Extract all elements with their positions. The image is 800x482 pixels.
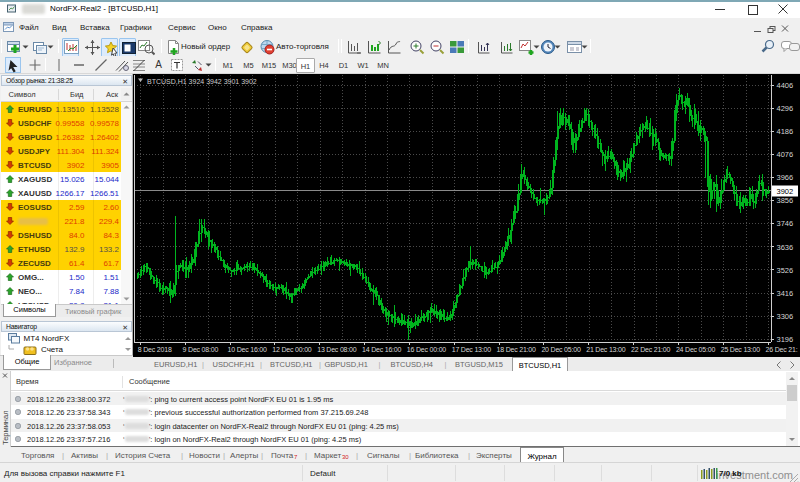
svg-text:8 Dec 2018: 8 Dec 2018 (138, 346, 172, 353)
svg-text:24 Dec 05:00: 24 Dec 05:00 (676, 346, 716, 353)
svg-text:9 Dec 08:00: 9 Dec 08:00 (183, 346, 219, 353)
svg-text:4296: 4296 (777, 104, 794, 113)
svg-text:10 Dec 16:00: 10 Dec 16:00 (228, 346, 268, 353)
svg-text:3902: 3902 (777, 187, 794, 196)
svg-text:4406: 4406 (777, 81, 794, 90)
svg-text:3526: 3526 (777, 266, 794, 275)
svg-text:26 Dec 21:: 26 Dec 21: (766, 346, 798, 353)
svg-text:3746: 3746 (777, 219, 794, 228)
svg-text:4186: 4186 (777, 127, 794, 136)
svg-text:3306: 3306 (777, 312, 794, 321)
svg-text:14 Dec 16:00: 14 Dec 16:00 (362, 346, 402, 353)
svg-text:3636: 3636 (777, 243, 794, 252)
svg-text:13 Dec 08:00: 13 Dec 08:00 (317, 346, 357, 353)
svg-text:BTCUSD,H1 3924 3942 3901 3902: BTCUSD,H1 3924 3942 3901 3902 (147, 78, 257, 85)
svg-text:3856: 3856 (777, 196, 794, 205)
svg-text:3196: 3196 (777, 335, 794, 344)
svg-text:22 Dec 21:00: 22 Dec 21:00 (631, 346, 671, 353)
svg-text:3416: 3416 (777, 289, 794, 298)
svg-text:25 Dec 13:00: 25 Dec 13:00 (721, 346, 761, 353)
svg-text:4076: 4076 (777, 150, 794, 159)
svg-text:20 Dec 05:00: 20 Dec 05:00 (541, 346, 581, 353)
svg-text:16 Dec 00:00: 16 Dec 00:00 (407, 346, 447, 353)
svg-text:18 Dec 21:00: 18 Dec 21:00 (497, 346, 537, 353)
svg-text:12 Dec 00:00: 12 Dec 00:00 (272, 346, 312, 353)
svg-text:3966: 3966 (777, 173, 794, 182)
svg-text:17 Dec 13:00: 17 Dec 13:00 (452, 346, 492, 353)
svg-text:21 Dec 13:00: 21 Dec 13:00 (586, 346, 626, 353)
